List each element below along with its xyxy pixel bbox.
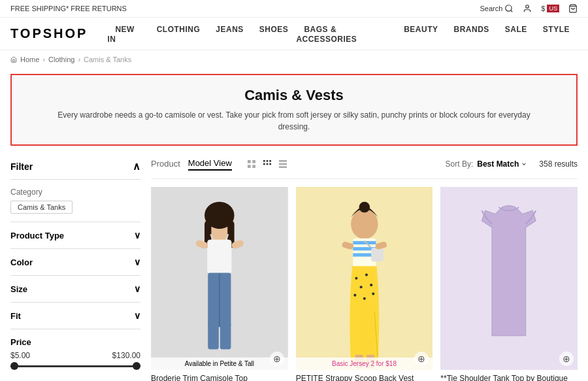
search-action[interactable]: Search bbox=[480, 4, 514, 13]
nav-clothing[interactable]: CLOTHING bbox=[149, 25, 208, 34]
top-bar-actions: Search $ US bbox=[480, 4, 578, 13]
product-card-2[interactable]: Basic Jersey 2 for $18 ⊕ PETITE Strappy … bbox=[296, 187, 433, 381]
zoom-icon-3[interactable]: ⊕ bbox=[559, 352, 574, 366]
filter-price-section: Price $5.00 $130.00 bbox=[10, 329, 140, 378]
filter-header: Filter ∧ bbox=[10, 160, 140, 173]
svg-rect-5 bbox=[252, 160, 255, 163]
view-icons bbox=[245, 157, 289, 171]
breadcrumb-home[interactable]: Home bbox=[20, 56, 39, 63]
breadcrumb-sep1: › bbox=[42, 56, 45, 63]
price-slider-track[interactable] bbox=[10, 365, 140, 367]
breadcrumb-clothing[interactable]: Clothing bbox=[48, 56, 74, 63]
search-label: Search bbox=[480, 5, 503, 12]
svg-point-47 bbox=[363, 297, 365, 300]
svg-point-43 bbox=[359, 286, 362, 288]
svg-rect-38 bbox=[371, 248, 384, 261]
svg-point-2 bbox=[526, 5, 529, 8]
filter-product-type[interactable]: Product Type ∨ bbox=[10, 222, 140, 248]
nav-jeans[interactable]: JEANS bbox=[208, 25, 252, 34]
svg-point-44 bbox=[365, 274, 368, 276]
top-bar: FREE SHIPPING* FREE RETURNS Search $ US bbox=[0, 0, 588, 18]
fit-chevron: ∨ bbox=[134, 310, 140, 321]
price-slider-thumb-min[interactable] bbox=[10, 362, 18, 370]
filter-color[interactable]: Color ∨ bbox=[10, 248, 140, 275]
hero-banner: Camis & Vests Every wardrobe needs a go-… bbox=[10, 74, 578, 146]
sort-label: Sort By: bbox=[446, 159, 474, 169]
product-badge-1: Available in Petite & Tall bbox=[151, 357, 288, 370]
svg-point-33 bbox=[359, 202, 370, 213]
svg-point-0 bbox=[506, 5, 512, 11]
price-slider-fill bbox=[10, 365, 140, 367]
product-name-2: PETITE Strappy Scoop Back Vest bbox=[296, 374, 414, 381]
product-type-chevron: ∨ bbox=[134, 230, 140, 240]
user-icon[interactable] bbox=[523, 4, 532, 13]
product-figure-1 bbox=[151, 187, 288, 370]
sidebar: Filter ∧ Category Camis & Tanks Product … bbox=[10, 154, 151, 381]
nav-new-in[interactable]: NEW IN bbox=[107, 25, 135, 44]
hero-title: Camis & Vests bbox=[51, 87, 537, 104]
hero-description: Every wardrobe needs a go-to camisole or… bbox=[51, 109, 537, 133]
product-info-3: **Tie Shoulder Tank Top by Boutique $58.… bbox=[440, 370, 568, 381]
category-tag[interactable]: Camis & Tanks bbox=[10, 201, 73, 214]
size-chevron: ∨ bbox=[134, 284, 140, 294]
product-info-1: Broderie Trim Camisole Top $35.00 bbox=[151, 370, 248, 381]
filter-fit[interactable]: Fit ∨ bbox=[10, 302, 140, 329]
product-footer-3: **Tie Shoulder Tank Top by Boutique $58.… bbox=[440, 370, 578, 381]
filter-label: Filter bbox=[10, 161, 33, 172]
sort-chevron-icon bbox=[521, 161, 527, 167]
nav-shoes[interactable]: SHOES bbox=[252, 25, 297, 34]
product-card-1[interactable]: Available in Petite & Tall ⊕ Broderie Tr… bbox=[151, 187, 288, 381]
svg-rect-7 bbox=[252, 165, 255, 168]
model-view-tab[interactable]: Model View bbox=[188, 158, 232, 171]
svg-point-45 bbox=[370, 284, 372, 286]
logo[interactable]: TOPSHOP bbox=[10, 26, 88, 41]
product-footer-2: PETITE Strappy Scoop Back Vest $10.00 bbox=[296, 370, 433, 381]
product-area: Product Model View Sort By: Best Match bbox=[151, 154, 578, 381]
fit-label: Fit bbox=[10, 311, 21, 321]
color-chevron: ∨ bbox=[134, 257, 140, 267]
category-label: Category bbox=[10, 188, 140, 197]
size-label: Size bbox=[10, 284, 27, 294]
price-max: $130.00 bbox=[112, 351, 140, 360]
search-icon bbox=[504, 4, 514, 13]
filter-size[interactable]: Size ∨ bbox=[10, 275, 140, 302]
svg-rect-11 bbox=[263, 163, 265, 165]
svg-rect-30 bbox=[220, 322, 231, 349]
bag-icon[interactable] bbox=[568, 4, 578, 13]
home-icon bbox=[10, 56, 17, 63]
product-grid: Available in Petite & Tall ⊕ Broderie Tr… bbox=[151, 187, 578, 381]
svg-rect-22 bbox=[207, 240, 231, 274]
nav-beauty[interactable]: BEAUTY bbox=[396, 25, 446, 34]
breadcrumb-sep2: › bbox=[78, 56, 80, 63]
svg-point-48 bbox=[372, 293, 374, 295]
product-card-3[interactable]: ⊕ **Tie Shoulder Tank Top by Boutique $5… bbox=[440, 187, 578, 381]
nav-bags[interactable]: BAGS & ACCESSORIES bbox=[296, 25, 365, 44]
filter-category-section: Category Camis & Tanks bbox=[10, 179, 140, 222]
nav-brands[interactable]: BRANDS bbox=[446, 25, 497, 34]
price-min: $5.00 bbox=[10, 351, 30, 360]
grid-view-large-icon[interactable] bbox=[276, 157, 289, 171]
svg-rect-12 bbox=[266, 163, 268, 165]
grid-view-small-icon[interactable] bbox=[245, 157, 258, 171]
product-image-2: Basic Jersey 2 for $18 ⊕ bbox=[296, 187, 433, 370]
breadcrumb-current: Camis & Tanks bbox=[84, 56, 131, 63]
svg-rect-8 bbox=[263, 160, 265, 162]
price-slider-thumb-max[interactable] bbox=[133, 362, 140, 370]
product-name-3: **Tie Shoulder Tank Top by Boutique bbox=[440, 374, 568, 381]
nav-style[interactable]: STYLE bbox=[535, 25, 578, 34]
main-nav: TOPSHOP NEW IN CLOTHING JEANS SHOES BAGS… bbox=[0, 18, 588, 50]
grid-view-medium-icon[interactable] bbox=[261, 157, 274, 171]
svg-point-46 bbox=[353, 294, 356, 297]
zoom-icon-2[interactable]: ⊕ bbox=[414, 352, 429, 366]
filter-collapse-icon[interactable]: ∧ bbox=[133, 160, 140, 173]
product-info-2: PETITE Strappy Scoop Back Vest $10.00 bbox=[296, 370, 414, 381]
results-count: 358 results bbox=[539, 159, 578, 169]
currency-flag[interactable]: $ US bbox=[541, 5, 559, 12]
zoom-icon-1[interactable]: ⊕ bbox=[270, 352, 284, 366]
sort-value[interactable]: Best Match bbox=[477, 159, 527, 169]
price-label: Price bbox=[10, 337, 140, 347]
product-view-tab[interactable]: Product bbox=[151, 159, 180, 170]
product-type-label: Product Type bbox=[10, 231, 64, 240]
nav-sale[interactable]: SALE bbox=[497, 25, 535, 34]
nav-links: NEW IN CLOTHING JEANS SHOES BAGS & ACCES… bbox=[107, 24, 578, 44]
